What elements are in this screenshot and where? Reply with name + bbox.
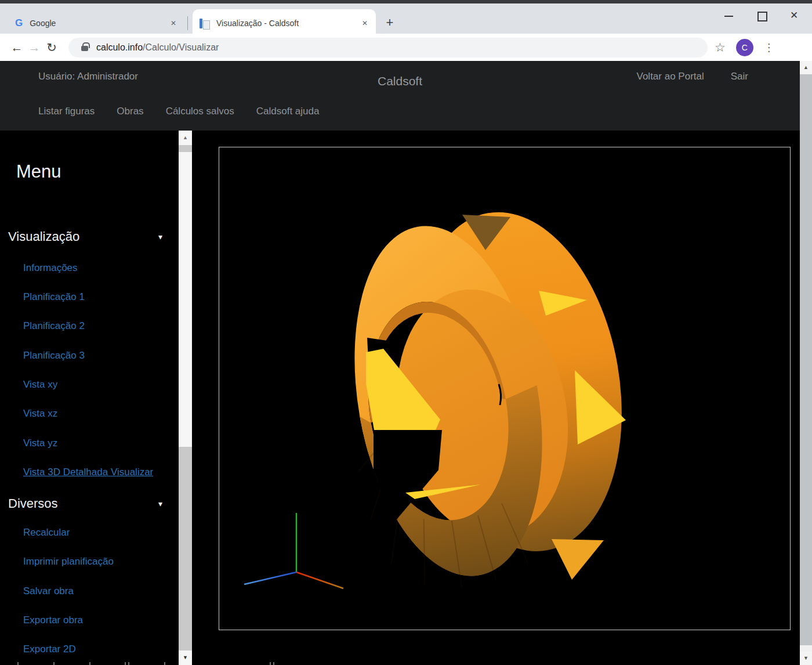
table-edge-stub bbox=[273, 662, 274, 665]
lock-icon[interactable] bbox=[81, 46, 88, 51]
address-bar[interactable]: calculo.info/Calculo/Visualizar bbox=[68, 38, 708, 57]
section-label: Visualização bbox=[8, 229, 79, 244]
tab-title: Google bbox=[30, 19, 162, 28]
scrollbar-thumb[interactable] bbox=[800, 74, 812, 645]
page-header: Usuário: Administrador Caldsoft Voltar a… bbox=[0, 61, 800, 131]
sidebar-item-vista-xy[interactable]: Vista xy bbox=[23, 379, 57, 391]
section-visualizacao[interactable]: Visualização ▾ bbox=[8, 229, 171, 244]
sidebar-item-exportar-2d[interactable]: Exportar 2D bbox=[23, 644, 76, 655]
new-tab-button[interactable]: + bbox=[382, 15, 398, 31]
figure-3d bbox=[219, 147, 790, 630]
sidebar-item-recalcular[interactable]: Recalcular bbox=[23, 527, 70, 538]
sidebar-item-salvar-obra[interactable]: Salvar obra bbox=[23, 586, 74, 597]
back-button[interactable]: ← bbox=[8, 41, 26, 55]
sidebar-item-planificacao-2[interactable]: Planificação 2 bbox=[23, 320, 85, 332]
scroll-down-icon[interactable]: ▼ bbox=[800, 652, 812, 665]
table-edge-stub bbox=[128, 662, 129, 665]
sidebar-scrollbar[interactable]: ▲ ▼ bbox=[179, 131, 192, 665]
url-path: /Calculo/Visualizar bbox=[143, 42, 219, 52]
sidebar-title: Menu bbox=[16, 161, 61, 182]
viewer-3d-canvas[interactable] bbox=[219, 147, 791, 630]
table-edge-stub bbox=[53, 662, 55, 665]
sidebar-item-informacoes[interactable]: Informações bbox=[23, 262, 78, 274]
table-edge-stub bbox=[125, 662, 126, 665]
google-favicon-icon: G bbox=[15, 17, 23, 29]
sidebar-item-vista-xz[interactable]: Vista xz bbox=[23, 408, 57, 420]
nav-calculos-salvos[interactable]: Cálculos salvos bbox=[166, 106, 234, 117]
x-axis bbox=[296, 572, 343, 588]
forward-button[interactable]: → bbox=[26, 41, 43, 55]
table-edge-stub bbox=[270, 662, 271, 665]
nav-obras[interactable]: Obras bbox=[117, 106, 143, 117]
sidebar-item-vista-yz[interactable]: Vista yz bbox=[23, 438, 57, 449]
maximize-button[interactable] bbox=[754, 8, 769, 23]
tab-title: Visualização - Caldsoft bbox=[216, 19, 354, 28]
sidebar-item-planificacao-1[interactable]: Planificação 1 bbox=[23, 291, 85, 303]
link-sair[interactable]: Sair bbox=[731, 71, 748, 82]
sidebar-item-exportar-obra[interactable]: Exportar obra bbox=[23, 615, 83, 626]
browser-toolbar: ← → ↻ calculo.info/Calculo/Visualizar ☆ … bbox=[0, 34, 812, 61]
sidebar-item-imprimir-planificacao[interactable]: Imprimir planificação bbox=[23, 556, 114, 568]
url-text[interactable]: calculo.info/Calculo/Visualizar bbox=[96, 42, 219, 53]
table-edge-stub bbox=[164, 662, 165, 665]
url-host: calculo.info bbox=[96, 42, 143, 52]
section-diversos[interactable]: Diversos ▾ bbox=[8, 496, 171, 511]
document-favicon-icon bbox=[200, 18, 209, 29]
browser-menu-icon[interactable]: ⋮ bbox=[764, 41, 774, 54]
tab-google[interactable]: G Google ✕ bbox=[8, 9, 184, 37]
nav-listar-figuras[interactable]: Listar figuras bbox=[38, 106, 95, 117]
toolbar-right: ☆ C ⋮ bbox=[715, 39, 774, 56]
z-axis bbox=[244, 572, 296, 584]
bookmark-star-icon[interactable]: ☆ bbox=[715, 41, 726, 55]
chevron-down-icon: ▾ bbox=[158, 499, 162, 508]
close-tab-icon[interactable]: ✕ bbox=[168, 18, 179, 28]
sidebar-item-vista-3d-detalhada[interactable]: Vista 3D Detalhada Visualizar bbox=[23, 467, 153, 478]
scroll-up-icon[interactable]: ▲ bbox=[179, 131, 192, 145]
tab-separator bbox=[187, 16, 188, 30]
nav-caldsoft-ajuda[interactable]: Caldsoft ajuda bbox=[256, 106, 320, 117]
scrollbar-thumb[interactable] bbox=[179, 152, 192, 447]
table-edge-stub bbox=[89, 662, 90, 665]
scroll-up-icon[interactable]: ▲ bbox=[800, 61, 812, 74]
scroll-down-icon[interactable]: ▼ bbox=[179, 650, 192, 665]
table-edge-stub bbox=[17, 662, 19, 665]
sidebar-menu: Menu Visualização ▾ Informações Planific… bbox=[0, 131, 179, 665]
link-voltar-ao-portal[interactable]: Voltar ao Portal bbox=[637, 71, 704, 82]
sidebar-item-planificacao-3[interactable]: Planificação 3 bbox=[23, 350, 85, 362]
close-window-button[interactable]: ✕ bbox=[786, 8, 802, 23]
section-label: Diversos bbox=[8, 496, 58, 511]
minimize-button[interactable] bbox=[722, 8, 737, 23]
reload-button[interactable]: ↻ bbox=[43, 41, 60, 55]
chevron-down-icon: ▾ bbox=[158, 232, 162, 241]
close-tab-icon[interactable]: ✕ bbox=[360, 18, 370, 28]
tab-visualizacao-caldsoft[interactable]: Visualização - Caldsoft ✕ bbox=[193, 9, 376, 37]
top-nav: Listar figuras Obras Cálculos salvos Cal… bbox=[38, 106, 319, 117]
page-scrollbar[interactable]: ▲ ▼ bbox=[800, 61, 812, 665]
window-controls: ✕ bbox=[722, 7, 802, 24]
axis-triad bbox=[244, 513, 343, 588]
profile-avatar[interactable]: C bbox=[736, 39, 753, 56]
browser-titlebar: G Google ✕ Visualização - Caldsoft ✕ + ✕ bbox=[0, 0, 812, 34]
